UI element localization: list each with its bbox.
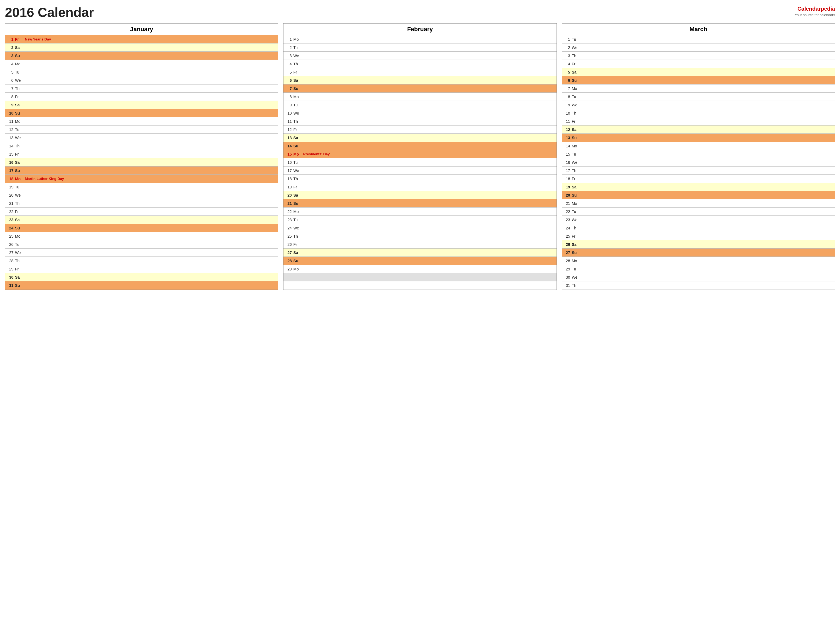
table-row: 24Th — [562, 224, 835, 232]
day-name: Su — [293, 144, 302, 148]
table-row: 1Mo — [284, 35, 556, 44]
day-number: 10 — [284, 111, 293, 115]
table-row: 2Sa — [5, 44, 278, 51]
day-number: 1 — [5, 37, 15, 42]
day-number: 26 — [562, 242, 572, 247]
day-name: Sa — [293, 78, 302, 83]
table-row: 17Th — [562, 167, 835, 175]
day-number: 2 — [284, 45, 293, 50]
table-row: 19Fr — [284, 183, 556, 191]
table-row: 9We — [562, 101, 835, 109]
table-row: 14Th — [5, 142, 278, 150]
day-name: Tu — [572, 95, 580, 99]
table-row: 31Th — [562, 282, 835, 289]
day-number: 17 — [5, 168, 15, 173]
day-name: Su — [293, 259, 302, 263]
day-name: Mo — [15, 119, 24, 124]
day-event: New Year's Day — [24, 37, 278, 41]
day-number: 25 — [5, 234, 15, 238]
day-number: 1 — [562, 37, 572, 42]
day-name: Sa — [15, 275, 24, 279]
table-row: 5Fr — [284, 68, 556, 76]
day-number: 10 — [5, 111, 15, 115]
day-name: Tu — [15, 242, 24, 247]
table-row: 19Sa — [562, 183, 835, 191]
table-row: 17Su — [5, 167, 278, 175]
day-name: Sa — [572, 242, 580, 247]
day-number: 29 — [5, 267, 15, 271]
day-number: 18 — [5, 177, 15, 181]
day-number: 20 — [284, 193, 293, 197]
day-name: Th — [572, 54, 580, 58]
day-number: 12 — [5, 127, 15, 132]
day-number: 18 — [562, 177, 572, 181]
table-row: 5Sa — [562, 68, 835, 76]
table-row: 19Tu — [5, 183, 278, 191]
day-name: Sa — [15, 103, 24, 107]
table-row: 28Su — [284, 257, 556, 265]
day-name: Tu — [15, 127, 24, 132]
january-rows: 1FrNew Year's Day2Sa3Su4Mo5Tu6We7Th8Fr9S… — [5, 35, 278, 289]
day-name: Tu — [293, 103, 302, 107]
day-name: Su — [15, 54, 24, 58]
day-name: Tu — [293, 45, 302, 50]
table-row: 8Tu — [562, 93, 835, 101]
logo-name: Calendarpedia — [795, 5, 835, 12]
day-name: Fr — [572, 62, 580, 66]
day-number: 3 — [5, 54, 15, 58]
table-row: 26Fr — [284, 240, 556, 248]
table-row: 21Su — [284, 199, 556, 208]
day-name: Th — [293, 119, 302, 124]
day-number: 9 — [5, 103, 15, 107]
day-event: Presidents' Day — [302, 152, 556, 156]
table-row: 24We — [284, 224, 556, 232]
logo: Calendarpedia Your source for calendars — [795, 5, 835, 18]
table-row: 13We — [5, 134, 278, 142]
day-number: 14 — [5, 144, 15, 148]
table-row: 2Tu — [284, 44, 556, 51]
day-number: 6 — [284, 78, 293, 83]
table-row: 12Sa — [562, 126, 835, 134]
day-number: 21 — [5, 201, 15, 206]
day-name: Mo — [572, 86, 580, 91]
day-number: 8 — [284, 95, 293, 99]
page-header: 2016 Calendar Calendarpedia Your source … — [5, 5, 835, 20]
march-rows: 1Tu2We3Th4Fr5Sa6Su7Mo8Tu9We10Th11Fr12Sa1… — [562, 35, 835, 289]
day-number: 5 — [284, 70, 293, 74]
day-number: 16 — [5, 160, 15, 165]
table-row: 10We — [284, 109, 556, 117]
day-number: 19 — [5, 185, 15, 189]
table-row: 18Th — [284, 175, 556, 183]
day-event: Martin Luther King Day — [24, 177, 278, 181]
day-number: 15 — [284, 152, 293, 156]
day-name: Tu — [572, 209, 580, 214]
day-number: 24 — [5, 226, 15, 230]
day-number: 2 — [562, 45, 572, 50]
day-name: Fr — [572, 119, 580, 124]
day-number: 4 — [5, 62, 15, 66]
day-number: 6 — [5, 78, 15, 83]
day-name: Tu — [15, 70, 24, 74]
day-name: Tu — [293, 160, 302, 165]
day-number: 13 — [284, 136, 293, 140]
march-header: March — [562, 24, 835, 35]
february-header: February — [284, 24, 556, 35]
day-name: We — [572, 218, 580, 222]
day-name: Fr — [572, 234, 580, 238]
day-number: 22 — [562, 209, 572, 214]
day-name: Th — [15, 201, 24, 206]
table-row: 13Sa — [284, 134, 556, 142]
day-name: Mo — [15, 177, 24, 181]
day-number: 28 — [562, 259, 572, 263]
day-name: Fr — [293, 127, 302, 132]
day-number: 4 — [562, 62, 572, 66]
day-number: 25 — [562, 234, 572, 238]
day-number: 30 — [5, 275, 15, 279]
table-row: 22Fr — [5, 208, 278, 216]
table-row: 1FrNew Year's Day — [5, 35, 278, 44]
table-row: 17We — [284, 167, 556, 175]
day-name: We — [15, 250, 24, 255]
table-row: 6Sa — [284, 76, 556, 85]
day-number: 29 — [284, 267, 293, 271]
day-name: Su — [293, 201, 302, 206]
